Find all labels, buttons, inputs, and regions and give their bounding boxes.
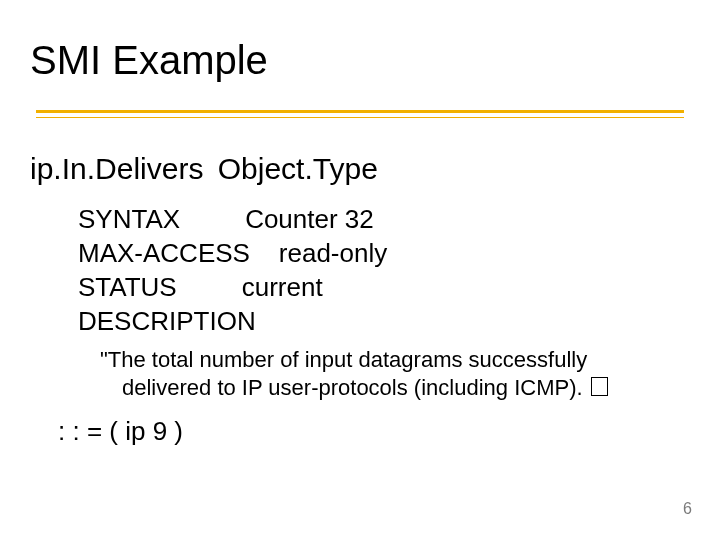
object-identifier: ip.In.Delivers	[30, 152, 203, 185]
oid-assignment: : : = ( ip 9 )	[58, 416, 183, 447]
object-header: ip.In.Delivers Object.Type	[30, 152, 378, 186]
status-row: STATUS current	[78, 270, 387, 304]
slide-title: SMI Example	[30, 38, 268, 83]
max-access-key: MAX-ACCESS	[78, 238, 250, 268]
syntax-value: Counter 32	[245, 204, 374, 234]
page-number: 6	[683, 500, 692, 518]
description-line-1: "The total number of input datagrams suc…	[100, 346, 660, 374]
description-text: "The total number of input datagrams suc…	[100, 346, 660, 402]
status-key: STATUS	[78, 272, 177, 302]
max-access-row: MAX-ACCESS read-only	[78, 236, 387, 270]
description-key: DESCRIPTION	[78, 306, 256, 336]
max-access-value: read-only	[279, 238, 387, 268]
title-rule-thick	[36, 110, 684, 113]
description-line-2: delivered to IP user-protocols (includin…	[100, 374, 660, 402]
slide: SMI Example ip.In.Delivers Object.Type S…	[0, 0, 720, 540]
title-rule-thin	[36, 117, 684, 118]
object-type-label: Object.Type	[218, 152, 378, 185]
definition-body: SYNTAX Counter 32 MAX-ACCESS read-only S…	[78, 202, 387, 338]
syntax-key: SYNTAX	[78, 204, 180, 234]
tofu-glyph-icon	[591, 377, 608, 396]
status-value: current	[242, 272, 323, 302]
syntax-row: SYNTAX Counter 32	[78, 202, 387, 236]
description-line-2-text: delivered to IP user-protocols (includin…	[122, 375, 589, 400]
description-key-row: DESCRIPTION	[78, 304, 387, 338]
